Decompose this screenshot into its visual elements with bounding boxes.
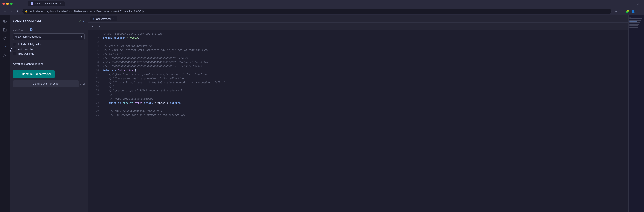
main-content: SOLIDITY COMPILER ✓ › COMPILER + 0.8 [0, 15, 644, 212]
window-control-maximize[interactable]: □ [637, 2, 638, 5]
extensions-icon: 🧩 [626, 10, 629, 13]
minimap [628, 15, 644, 212]
panel-check-icon[interactable]: ✓ [79, 19, 82, 23]
nightly-builds-label: Include nightly builds [18, 43, 42, 46]
menu-button[interactable]: ⋮ [636, 9, 642, 14]
hide-warnings-row: Hide warnings [13, 52, 84, 55]
tab-close-icon[interactable]: ✕ [60, 3, 62, 5]
code-line: 15 /// @param proposal SCALE-encoded Sub… [88, 89, 628, 93]
code-line: 18 function execute(bytes memory proposa… [88, 101, 628, 105]
run-script-icons: ℹ ⧉ [80, 82, 84, 85]
code-line: 3 [88, 40, 628, 44]
code-line: 14 /// [88, 85, 628, 89]
lock-icon: 🔒 [25, 10, 28, 13]
code-line: 20 /// @dev Make a proposal for a call. [88, 109, 628, 113]
extensions-button[interactable]: 🧩 [625, 9, 630, 14]
version-select[interactable]: 0.8.7+commit.e28d00a7 [13, 33, 84, 40]
tab-bar: Remix - Ethereum IDE ✕ + [28, 1, 617, 7]
run-script-section: Compile and Run script ℹ ⧉ [13, 80, 84, 87]
code-line: 6 /// Addresses: [88, 52, 628, 56]
zoom-in-button[interactable]: + [90, 24, 95, 29]
address-bar[interactable]: 🔒 remix.ethereum.org/#optimize=false&run… [22, 9, 612, 14]
editor-toolbar: + − [88, 23, 628, 30]
zoom-out-button[interactable]: − [97, 24, 102, 29]
auto-compile-row: Auto compile [13, 48, 32, 51]
sidebar-item-deploy[interactable] [1, 52, 8, 59]
compile-btn-label: Compile Collective.sol [22, 73, 51, 76]
auto-compile-section: Auto compile 1 [13, 48, 84, 52]
tab-title: Remix - Ethereum IDE [35, 2, 58, 5]
run-script-label: Compile and Run script [32, 82, 59, 85]
profile-button[interactable]: 👤 [631, 9, 636, 14]
code-line: 13 /// This will NOT revert if the Subst… [88, 81, 628, 85]
sidebar-item-search[interactable] [1, 35, 8, 42]
icon-sidebar [0, 15, 10, 212]
compile-button[interactable]: Compile Collective.sol [13, 70, 55, 78]
sidebar-item-files[interactable] [1, 26, 8, 34]
editor-tabs: ◈ Collective.sol ✕ [88, 15, 628, 23]
run-script-copy-icon[interactable]: ⧉ [82, 82, 84, 85]
back-button[interactable]: ← [2, 9, 8, 14]
compiler-section: COMPILER + 0.8.7+commit.e28d00a7 ▼ Inclu… [10, 25, 88, 60]
code-line: 8 /// - 0x000000000000000000000000000000… [88, 60, 628, 65]
navbar: ← → ↻ 🔒 remix.ethereum.org/#optimize=fal… [0, 8, 644, 15]
file-compiler-icon[interactable] [30, 28, 33, 32]
run-script-button[interactable]: Compile and Run script [13, 80, 79, 87]
code-line: 17 /// @custom:selector 09c5eabe [88, 97, 628, 101]
sidebar-item-compiler[interactable] [1, 43, 8, 51]
forward-button[interactable]: → [9, 9, 14, 14]
hide-warnings-checkbox[interactable] [13, 52, 16, 55]
close-button[interactable] [2, 3, 5, 5]
compiler-panel: SOLIDITY COMPILER ✓ › COMPILER + 0.8 [10, 15, 88, 212]
advanced-label: Advanced Configurations [13, 62, 43, 66]
refresh-icon: ↻ [17, 10, 19, 13]
advanced-configurations[interactable]: Advanced Configurations › [10, 60, 88, 68]
code-line: 4 /// @title Collective precompile [88, 44, 628, 48]
sidebar-item-home[interactable] [1, 18, 8, 25]
code-line: 2 pragma solidity >=0.8.3; [88, 36, 628, 40]
code-line: 19 [88, 105, 628, 109]
hide-warnings-label: Hide warnings [18, 52, 34, 55]
zoom-in-icon: + [92, 25, 94, 28]
minimap-content [628, 15, 644, 29]
svg-marker-2 [3, 54, 6, 57]
code-line: 21 /// The sender must be a member of th… [88, 113, 628, 117]
bookmark-icon: ☆ [620, 10, 623, 13]
tab-close-btn[interactable]: ✕ [112, 18, 114, 20]
maximize-button[interactable] [10, 3, 13, 5]
window-control-minimize[interactable]: ─ [634, 2, 636, 5]
zoom-icon: ⊕ [615, 10, 617, 13]
auto-compile-checkbox[interactable] [13, 48, 16, 51]
panel-header-actions: ✓ › [79, 18, 84, 23]
nightly-builds-row: Include nightly builds [13, 43, 84, 46]
version-select-wrapper: 0.8.7+commit.e28d00a7 ▼ [13, 33, 84, 40]
compile-spin-icon [17, 73, 20, 76]
browser-tab-active[interactable]: Remix - Ethereum IDE ✕ [28, 1, 65, 6]
add-compiler-icon[interactable]: + [27, 28, 28, 31]
code-editor[interactable]: 1 // SPDX-License-Identifier: GPL-3.0-on… [88, 30, 628, 212]
new-tab-button[interactable]: + [66, 1, 71, 7]
bookmark-button[interactable]: ☆ [619, 9, 624, 14]
code-line: 5 /// Allows to interact with Substrate … [88, 48, 628, 52]
panel-title: SOLIDITY COMPILER [13, 19, 42, 22]
editor-tab-name: Collective.sol [96, 17, 111, 20]
minimize-button[interactable] [6, 3, 9, 5]
window-control-close[interactable]: ✕ [640, 2, 642, 5]
compile-btn-wrapper: Compile Collective.sol 2 [10, 68, 88, 80]
zoom-button[interactable]: ⊕ [613, 9, 618, 14]
nightly-builds-checkbox[interactable] [13, 43, 16, 46]
code-line: 1 // SPDX-License-Identifier: GPL-3.0-on… [88, 32, 628, 36]
back-icon: ← [4, 10, 6, 13]
title-bar: Remix - Ethereum IDE ✕ + ─ □ ✕ [0, 0, 644, 8]
editor-tab-collective[interactable]: ◈ Collective.sol ✕ [90, 16, 117, 22]
panel-expand-icon[interactable]: › [83, 18, 84, 23]
forward-icon: → [10, 10, 13, 13]
tab-favicon [31, 2, 33, 5]
menu-icon: ⋮ [638, 10, 640, 13]
refresh-button[interactable]: ↻ [16, 9, 21, 14]
svg-point-1 [4, 37, 6, 40]
code-line: 9 /// - 0x000000000000000000000000000000… [88, 64, 628, 68]
file-tab-icon: ◈ [93, 18, 94, 20]
run-script-info-icon[interactable]: ℹ [80, 82, 82, 85]
zoom-out-icon: − [98, 25, 100, 28]
